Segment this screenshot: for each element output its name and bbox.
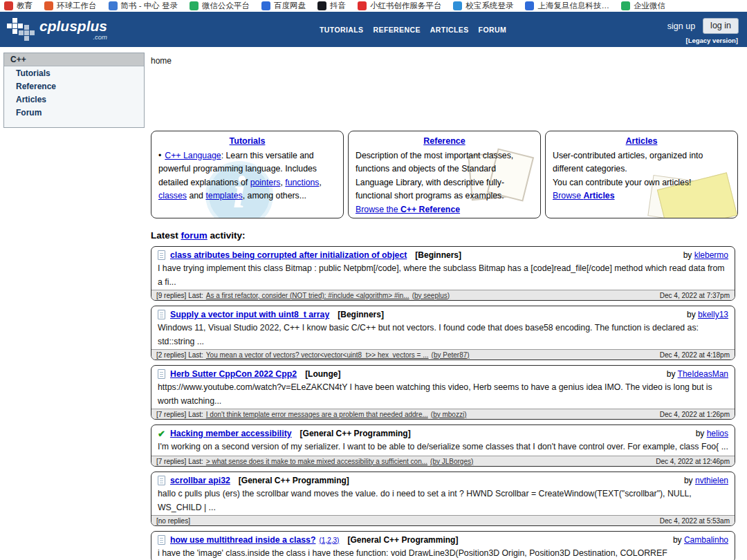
bookmark-favicon bbox=[190, 1, 199, 10]
last-reply-link[interactable]: > what sense does it make to make mixed … bbox=[206, 458, 427, 465]
bookmark-item[interactable]: 企业微信 bbox=[621, 1, 665, 11]
document-icon bbox=[158, 310, 165, 319]
logo-suffix: .com bbox=[93, 34, 107, 41]
reference-promo-box: Reference Description of the most import… bbox=[348, 131, 541, 218]
bookmark-item[interactable]: 微信公众平台 bbox=[190, 1, 250, 11]
last-reply-author-link[interactable]: (by seeplus) bbox=[412, 292, 450, 299]
templates-link[interactable]: templates bbox=[205, 191, 242, 200]
last-reply-author-link[interactable]: (by JLBorges) bbox=[430, 458, 473, 465]
sidebar: C++ Tutorials Reference Articles Forum bbox=[3, 53, 145, 128]
legacy-version-link[interactable]: [Legacy version] bbox=[686, 37, 739, 44]
post-author-link[interactable]: bkelly13 bbox=[698, 310, 728, 319]
sidebar-item-articles[interactable]: Articles bbox=[4, 93, 144, 106]
bookmark-label: 环球工作台 bbox=[57, 1, 97, 11]
bookmark-item[interactable]: 校宝系统登录 bbox=[453, 1, 513, 11]
bookmark-item[interactable]: 小红书创作服务平台 bbox=[358, 1, 442, 11]
heading-text: activity: bbox=[208, 230, 246, 241]
bookmark-favicon bbox=[453, 1, 462, 10]
post-excerpt: i have the 'image' class.inside the clas… bbox=[151, 545, 735, 560]
nav-articles[interactable]: ARTICLES bbox=[430, 26, 469, 34]
bookmark-label: 百度网盘 bbox=[274, 1, 306, 11]
by-label: by bbox=[684, 476, 695, 485]
cplusplus-logo-icon bbox=[7, 18, 35, 41]
bookmark-favicon bbox=[109, 1, 118, 10]
bookmark-item[interactable]: 百度网盘 bbox=[261, 1, 306, 11]
nav-forum[interactable]: FORUM bbox=[479, 26, 507, 34]
browser-bookmarks-bar: 教育 环球工作台 简书 - 中心 登录 微信公众平台 百度网盘 抖音 小红书创作… bbox=[0, 0, 747, 12]
browse-articles-link[interactable]: Browse Articles bbox=[553, 191, 615, 200]
post-title-link[interactable]: how use multithread inside a class? bbox=[170, 535, 315, 545]
sidebar-item-reference[interactable]: Reference bbox=[4, 80, 144, 93]
post-author-link[interactable]: TheIdeasMan bbox=[678, 369, 728, 379]
post-title-link[interactable]: class atributes being corrupted after in… bbox=[170, 250, 407, 260]
browse-articles-pre: Browse bbox=[553, 191, 583, 200]
last-reply-author-link[interactable]: (by Peter87) bbox=[432, 351, 470, 359]
post-author: by helios bbox=[696, 429, 728, 438]
post-date: Dec 4, 2022 at 4:18pm bbox=[660, 351, 730, 359]
nav-tutorials[interactable]: TUTORIALS bbox=[320, 26, 364, 34]
bookmark-label: 抖音 bbox=[330, 1, 346, 11]
post-excerpt: I have trying implement this class Bitma… bbox=[151, 260, 735, 290]
post-title-link[interactable]: Hacking member accessibility bbox=[170, 429, 292, 438]
bookmark-favicon bbox=[261, 1, 270, 10]
last-reply-link[interactable]: You mean a vector of vectors? vector<vec… bbox=[206, 351, 429, 359]
post-title-link[interactable]: scrollbar api32 bbox=[170, 476, 230, 485]
reference-box-text: Description of the most important classe… bbox=[356, 149, 533, 217]
post-category: [Beginners] bbox=[338, 310, 384, 319]
bookmark-item[interactable]: 抖音 bbox=[317, 1, 346, 11]
forum-post: scrollbar api32 [General C++ Programming… bbox=[151, 472, 735, 526]
forum-post: class atributes being corrupted after in… bbox=[151, 246, 735, 301]
bookmark-item[interactable]: 教育 bbox=[4, 1, 33, 11]
last-reply-link[interactable]: As a first refactor, consider (NOT tried… bbox=[206, 292, 409, 299]
by-label: by bbox=[667, 369, 678, 379]
browse-reference-link[interactable]: Browse the C++ Reference bbox=[356, 205, 460, 214]
post-author-link[interactable]: klebermo bbox=[694, 250, 728, 260]
forum-link[interactable]: forum bbox=[181, 230, 208, 241]
classes-link[interactable]: classes bbox=[158, 191, 187, 200]
post-pages-link[interactable]: (1,2,3) bbox=[319, 536, 339, 544]
articles-box-title-link[interactable]: Articles bbox=[553, 135, 730, 149]
last-reply-link[interactable]: I don't think template error messages ar… bbox=[206, 411, 428, 418]
site-logo[interactable]: cplusplus .com bbox=[7, 18, 107, 41]
sidebar-item-forum[interactable]: Forum bbox=[4, 106, 144, 119]
bookmark-item[interactable]: 上海复旦信息科技… bbox=[525, 1, 609, 11]
post-date: Dec 4, 2022 at 12:46pm bbox=[656, 458, 730, 465]
logo-text: cplusplus bbox=[39, 19, 107, 34]
post-replies: [2 replies] Last: bbox=[156, 351, 203, 359]
bookmark-item[interactable]: 简书 - 中心 登录 bbox=[109, 1, 178, 11]
post-excerpt: Windows 11, Visual Studio 2022, C++ I kn… bbox=[151, 319, 735, 349]
bookmark-item[interactable]: 环球工作台 bbox=[44, 1, 97, 11]
by-label: by bbox=[687, 310, 698, 319]
breadcrumb: home bbox=[151, 56, 738, 66]
bookmark-label: 教育 bbox=[17, 1, 33, 11]
post-date: Dec 4, 2022 at 5:53am bbox=[660, 517, 730, 525]
solved-check-icon: ✔ bbox=[158, 429, 165, 438]
cpp-language-link[interactable]: C++ Language bbox=[165, 151, 221, 160]
post-author-link[interactable]: Cambalinho bbox=[684, 535, 728, 545]
post-author: by TheIdeasMan bbox=[667, 369, 728, 379]
post-author-link[interactable]: helios bbox=[707, 429, 728, 438]
by-label: by bbox=[673, 535, 684, 545]
functions-link[interactable]: functions bbox=[285, 178, 319, 187]
post-title-link[interactable]: Herb Sutter CppCon 2022 Cpp2 bbox=[170, 369, 297, 379]
post-excerpt: hallo c pulls plus (ers) the scrollbar w… bbox=[151, 485, 735, 515]
last-reply-author-link[interactable]: (by mbozzi) bbox=[431, 411, 467, 418]
forum-activity-heading: Latest forum activity: bbox=[151, 230, 738, 241]
tutorials-text: , among others... bbox=[243, 191, 306, 200]
post-date: Dec 4, 2022 at 1:26pm bbox=[660, 411, 730, 418]
pointers-link[interactable]: pointers bbox=[250, 178, 281, 187]
post-category: [Beginners] bbox=[415, 250, 461, 260]
signup-link[interactable]: sign up bbox=[667, 21, 695, 31]
articles-text: User-contributed articles, organized int… bbox=[553, 151, 703, 174]
bookmark-favicon bbox=[317, 1, 326, 10]
nav-reference[interactable]: REFERENCE bbox=[374, 26, 421, 34]
post-date: Dec 4, 2022 at 7:37pm bbox=[660, 292, 730, 299]
reference-box-title-link[interactable]: Reference bbox=[356, 135, 533, 149]
bookmark-label: 上海复旦信息科技… bbox=[537, 1, 609, 11]
login-button[interactable]: log in bbox=[703, 18, 739, 34]
post-author-link[interactable]: nvthielen bbox=[695, 476, 728, 485]
tutorials-box-title-link[interactable]: Tutorials bbox=[158, 135, 336, 149]
sidebar-item-tutorials[interactable]: Tutorials bbox=[4, 66, 144, 80]
bookmark-favicon bbox=[358, 1, 367, 10]
post-title-link[interactable]: Supply a vector input with uint8_t array bbox=[170, 310, 329, 319]
